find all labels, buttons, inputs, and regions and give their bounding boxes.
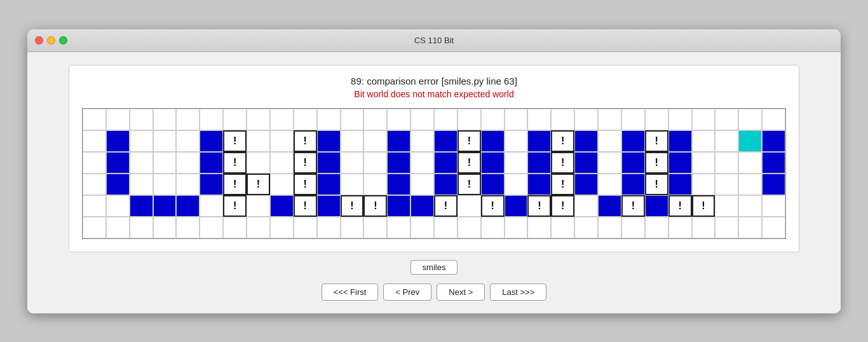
titlebar: CS 110 Bit bbox=[27, 29, 841, 52]
table-row bbox=[410, 217, 434, 238]
window-title: CS 110 Bit bbox=[414, 36, 454, 45]
table-row bbox=[270, 217, 294, 238]
table-row bbox=[106, 152, 130, 174]
table-row bbox=[247, 152, 270, 174]
traffic-lights bbox=[35, 36, 67, 44]
table-row bbox=[527, 217, 551, 238]
table-row bbox=[341, 130, 364, 152]
table-row bbox=[387, 130, 410, 152]
table-row: ! bbox=[692, 195, 715, 217]
table-row: ! bbox=[645, 174, 668, 195]
table-row: ! bbox=[458, 174, 481, 195]
table-row bbox=[738, 109, 762, 130]
table-row bbox=[270, 152, 294, 174]
table-row bbox=[130, 217, 153, 238]
table-row bbox=[106, 174, 130, 195]
minimize-button[interactable] bbox=[47, 36, 55, 44]
table-row bbox=[83, 174, 106, 195]
navigation-buttons: <<< First < Prev Next > Last >>> bbox=[322, 284, 547, 301]
table-row bbox=[410, 130, 434, 152]
table-row bbox=[668, 174, 692, 195]
table-row bbox=[270, 109, 294, 130]
last-button[interactable]: Last >>> bbox=[490, 284, 546, 301]
table-row bbox=[621, 174, 645, 195]
table-row bbox=[363, 109, 387, 130]
maximize-button[interactable] bbox=[59, 36, 67, 44]
table-row bbox=[505, 130, 528, 152]
table-row bbox=[200, 130, 223, 152]
table-row: ! bbox=[458, 130, 481, 152]
table-row: ! bbox=[223, 195, 247, 217]
table-row bbox=[715, 174, 738, 195]
table-row bbox=[762, 217, 785, 238]
table-row: ! bbox=[527, 195, 551, 217]
table-row bbox=[715, 130, 738, 152]
table-row: ! bbox=[551, 130, 574, 152]
table-row bbox=[247, 195, 270, 217]
table-row bbox=[387, 195, 410, 217]
table-row bbox=[505, 109, 528, 130]
table-row bbox=[200, 195, 223, 217]
table-row bbox=[176, 109, 200, 130]
table-row bbox=[505, 152, 528, 174]
next-button[interactable]: Next > bbox=[437, 284, 485, 301]
table-row bbox=[738, 130, 762, 152]
table-row bbox=[153, 152, 177, 174]
table-row bbox=[527, 109, 551, 130]
table-row bbox=[410, 174, 434, 195]
grid-container: !!!!!!!!!!!!!!!!!!!!!!!!!!! bbox=[82, 108, 786, 239]
table-row bbox=[83, 152, 106, 174]
table-row bbox=[130, 195, 153, 217]
close-button[interactable] bbox=[35, 36, 43, 44]
table-row bbox=[363, 174, 387, 195]
table-row bbox=[481, 217, 505, 238]
table-row bbox=[341, 217, 364, 238]
table-row bbox=[621, 130, 645, 152]
table-row bbox=[83, 109, 106, 130]
table-row: ! bbox=[458, 152, 481, 174]
table-row bbox=[621, 152, 645, 174]
table-row bbox=[481, 152, 505, 174]
table-row bbox=[505, 174, 528, 195]
table-row bbox=[153, 130, 177, 152]
table-row bbox=[130, 130, 153, 152]
table-row bbox=[83, 130, 106, 152]
table-row bbox=[551, 217, 574, 238]
first-button[interactable]: <<< First bbox=[322, 284, 379, 301]
table-row bbox=[434, 109, 458, 130]
table-row bbox=[527, 130, 551, 152]
table-row: ! bbox=[341, 195, 364, 217]
test-label: smiles bbox=[410, 260, 458, 275]
table-row bbox=[200, 109, 223, 130]
table-row bbox=[692, 130, 715, 152]
table-row: ! bbox=[294, 174, 317, 195]
table-row bbox=[692, 109, 715, 130]
error-subtitle: Bit world does not match expected world bbox=[82, 89, 786, 99]
table-row: ! bbox=[645, 130, 668, 152]
table-row bbox=[317, 130, 341, 152]
table-row bbox=[505, 195, 528, 217]
table-row bbox=[551, 109, 574, 130]
table-row bbox=[200, 152, 223, 174]
table-row bbox=[410, 109, 434, 130]
table-row bbox=[762, 152, 785, 174]
table-row: ! bbox=[247, 174, 270, 195]
table-row bbox=[692, 174, 715, 195]
table-row bbox=[83, 195, 106, 217]
prev-button[interactable]: < Prev bbox=[383, 284, 431, 301]
table-row bbox=[247, 130, 270, 152]
table-row: ! bbox=[551, 174, 574, 195]
table-row bbox=[621, 109, 645, 130]
table-row bbox=[762, 109, 785, 130]
table-row bbox=[176, 174, 200, 195]
table-row bbox=[363, 217, 387, 238]
table-row bbox=[481, 174, 505, 195]
table-row bbox=[176, 130, 200, 152]
table-row: ! bbox=[668, 195, 692, 217]
inner-panel: 89: comparison error [smiles.py line 63]… bbox=[69, 65, 799, 252]
table-row bbox=[341, 152, 364, 174]
table-row bbox=[738, 152, 762, 174]
table-row bbox=[668, 217, 692, 238]
table-row bbox=[527, 152, 551, 174]
table-row bbox=[574, 130, 598, 152]
